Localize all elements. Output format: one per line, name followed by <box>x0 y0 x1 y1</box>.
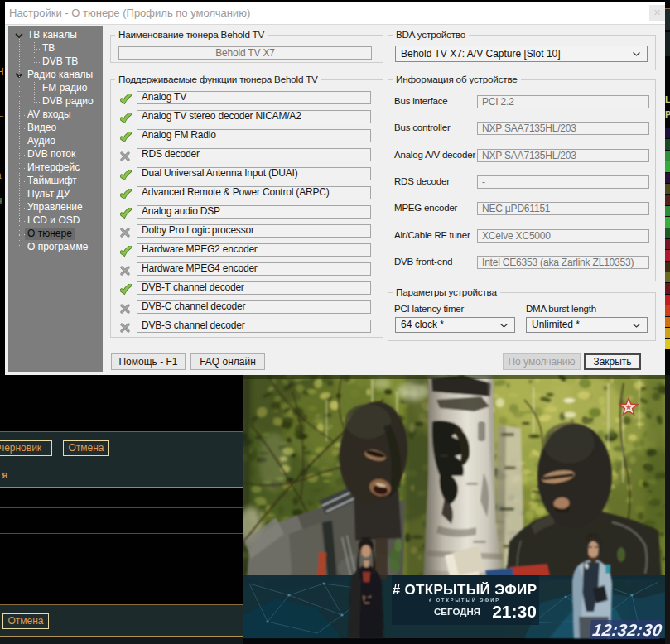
svg-text:21:30: 21:30 <box>492 602 537 621</box>
svg-text:СЕГОДНЯ: СЕГОДНЯ <box>434 607 480 617</box>
svg-text:# ОТКРЫТЫЙ ЭФИР: # ОТКРЫТЫЙ ЭФИР <box>429 597 500 603</box>
svg-text:# ОТКРЫТЫЙ ЭФИР: # ОТКРЫТЫЙ ЭФИР <box>393 582 537 598</box>
svg-text:12:32:30: 12:32:30 <box>591 621 663 639</box>
